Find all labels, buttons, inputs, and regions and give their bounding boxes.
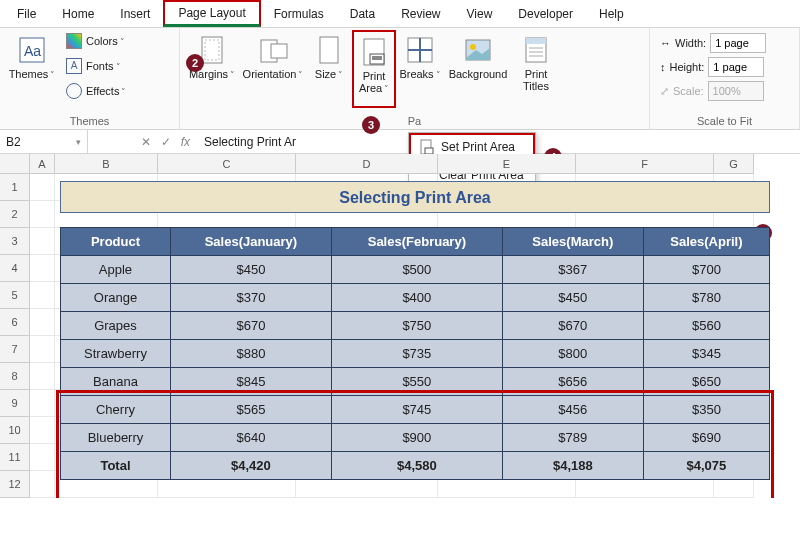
cell-feb[interactable]: $500 (331, 256, 502, 284)
width-input[interactable] (710, 33, 766, 53)
name-box[interactable]: B2 ▾ (0, 130, 88, 153)
hdr-apr[interactable]: Sales(April) (643, 228, 769, 256)
cell[interactable] (30, 471, 55, 498)
cell-apr[interactable]: $690 (643, 424, 769, 452)
cell[interactable] (30, 255, 55, 282)
cell[interactable] (30, 174, 55, 201)
fx-icon[interactable]: fx (181, 135, 190, 149)
cell-feb[interactable]: $900 (331, 424, 502, 452)
cell-mar[interactable]: $800 (502, 340, 643, 368)
cell[interactable] (30, 444, 55, 471)
cell[interactable] (30, 309, 55, 336)
col-F[interactable]: F (576, 154, 714, 174)
tab-file[interactable]: File (4, 3, 49, 25)
row-5[interactable]: 5 (0, 282, 30, 309)
cell-jan[interactable]: $450 (170, 256, 331, 284)
hdr-jan[interactable]: Sales(January) (170, 228, 331, 256)
col-C[interactable]: C (158, 154, 296, 174)
cell-mar[interactable]: $656 (502, 368, 643, 396)
cell[interactable] (30, 363, 55, 390)
fonts-button[interactable]: A Fonts (62, 55, 130, 77)
total-feb[interactable]: $4,580 (331, 452, 502, 480)
colors-button[interactable]: Colors (62, 30, 130, 52)
cell[interactable] (30, 417, 55, 444)
row-12[interactable]: 12 (0, 471, 30, 498)
hdr-mar[interactable]: Sales(March) (502, 228, 643, 256)
cell-feb[interactable]: $750 (331, 312, 502, 340)
total-mar[interactable]: $4,188 (502, 452, 643, 480)
cell-feb[interactable]: $550 (331, 368, 502, 396)
tab-page-layout[interactable]: Page Layout (163, 0, 260, 27)
cell[interactable] (30, 201, 55, 228)
cell-apr[interactable]: $560 (643, 312, 769, 340)
row-9[interactable]: 9 (0, 390, 30, 417)
cell-jan[interactable]: $880 (170, 340, 331, 368)
tab-review[interactable]: Review (388, 3, 453, 25)
row-4[interactable]: 4 (0, 255, 30, 282)
cell-product[interactable]: Strawberry (61, 340, 171, 368)
cell-product[interactable]: Grapes (61, 312, 171, 340)
print-area-button[interactable]: Print Area (352, 30, 396, 108)
cell-product[interactable]: Apple (61, 256, 171, 284)
cell-product[interactable]: Cherry (61, 396, 171, 424)
cell[interactable] (30, 390, 55, 417)
cell-jan[interactable]: $670 (170, 312, 331, 340)
hdr-product[interactable]: Product (61, 228, 171, 256)
row-10[interactable]: 10 (0, 417, 30, 444)
cell-jan[interactable]: $370 (170, 284, 331, 312)
confirm-icon[interactable]: ✓ (161, 135, 171, 149)
formula-value[interactable]: Selecting Print Ar (198, 135, 296, 149)
cell-product[interactable]: Orange (61, 284, 171, 312)
cell-apr[interactable]: $350 (643, 396, 769, 424)
select-all-corner[interactable] (0, 154, 30, 174)
col-B[interactable]: B (55, 154, 158, 174)
cell[interactable] (30, 336, 55, 363)
cell-mar[interactable]: $456 (502, 396, 643, 424)
cell-mar[interactable]: $670 (502, 312, 643, 340)
cell-mar[interactable]: $450 (502, 284, 643, 312)
table-title[interactable]: Selecting Print Area (60, 181, 770, 213)
print-titles-button[interactable]: Print Titles (514, 30, 558, 108)
row-6[interactable]: 6 (0, 309, 30, 336)
row-2[interactable]: 2 (0, 201, 30, 228)
col-A[interactable]: A (30, 154, 55, 174)
row-11[interactable]: 11 (0, 444, 30, 471)
tab-developer[interactable]: Developer (505, 3, 586, 25)
hdr-feb[interactable]: Sales(February) (331, 228, 502, 256)
col-E[interactable]: E (438, 154, 576, 174)
orientation-button[interactable]: Orientation (240, 30, 306, 108)
cell-product[interactable]: Blueberry (61, 424, 171, 452)
cell-apr[interactable]: $780 (643, 284, 769, 312)
col-D[interactable]: D (296, 154, 438, 174)
cell-jan[interactable]: $565 (170, 396, 331, 424)
tab-home[interactable]: Home (49, 3, 107, 25)
cell-apr[interactable]: $345 (643, 340, 769, 368)
cell-feb[interactable]: $735 (331, 340, 502, 368)
cell[interactable] (30, 228, 55, 255)
row-8[interactable]: 8 (0, 363, 30, 390)
effects-button[interactable]: Effects (62, 80, 130, 102)
row-1[interactable]: 1 (0, 174, 30, 201)
cell-jan[interactable]: $640 (170, 424, 331, 452)
row-3[interactable]: 3 (0, 228, 30, 255)
themes-button[interactable]: Aa Themes (6, 30, 58, 108)
cell-mar[interactable]: $367 (502, 256, 643, 284)
cell-feb[interactable]: $745 (331, 396, 502, 424)
cell-apr[interactable]: $650 (643, 368, 769, 396)
cell-feb[interactable]: $400 (331, 284, 502, 312)
tab-formulas[interactable]: Formulas (261, 3, 337, 25)
breaks-button[interactable]: Breaks (398, 30, 442, 108)
cell-jan[interactable]: $845 (170, 368, 331, 396)
col-G[interactable]: G (714, 154, 754, 174)
background-button[interactable]: Background (444, 30, 512, 108)
tab-data[interactable]: Data (337, 3, 388, 25)
row-7[interactable]: 7 (0, 336, 30, 363)
cancel-icon[interactable]: ✕ (141, 135, 151, 149)
cell-mar[interactable]: $789 (502, 424, 643, 452)
cell[interactable] (30, 282, 55, 309)
tab-view[interactable]: View (454, 3, 506, 25)
height-input[interactable] (708, 57, 764, 77)
total-apr[interactable]: $4,075 (643, 452, 769, 480)
tab-help[interactable]: Help (586, 3, 637, 25)
size-button[interactable]: Size (308, 30, 350, 108)
